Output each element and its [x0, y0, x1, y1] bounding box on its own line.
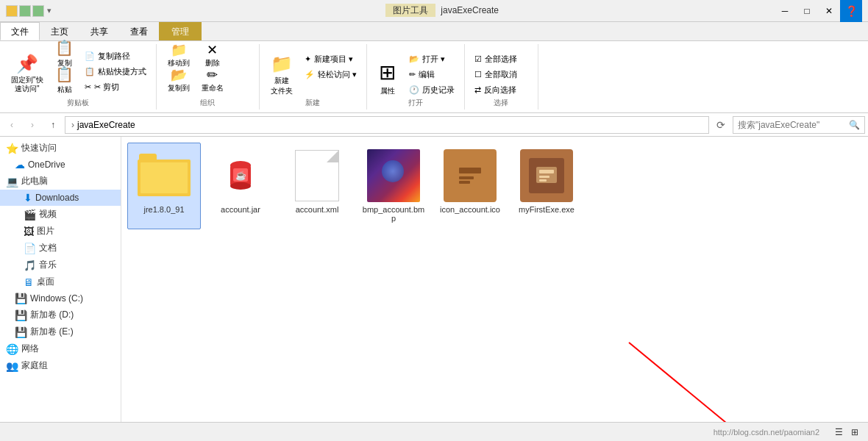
file-item-jre[interactable]: jre1.8.0_91	[127, 143, 201, 229]
cut-button[interactable]: ✂ ✂ 剪切	[81, 79, 150, 94]
sidebar-item-quickaccess[interactable]: ⭐ 快速访问	[0, 140, 121, 157]
ribbon-tabs: 文件 主页 共享 查看 管理	[0, 22, 868, 41]
app-icon3	[32, 5, 44, 17]
sidebar-item-onedrive[interactable]: ☁ OneDrive	[0, 157, 121, 173]
xml-thumb	[291, 149, 344, 202]
svg-rect-10	[539, 170, 554, 173]
svg-rect-11	[539, 176, 549, 178]
pin-quick-access-button[interactable]: 📌 固定到"快速访问"	[6, 46, 49, 97]
status-bar: http://blog.csdn.net/paomian2 ☰ ⊞	[0, 422, 868, 441]
tab-file[interactable]: 文件	[0, 22, 40, 40]
file-item-xml[interactable]: account.xml	[280, 143, 354, 229]
sidebar-item-music[interactable]: 🎵 音乐	[0, 257, 121, 273]
ribbon: 📌 固定到"快速访问" 📋 复制 📋 粘贴 📄 复制路径	[0, 41, 868, 113]
help-icon: ❓	[840, 0, 862, 22]
icons-view-button[interactable]: ⊞	[847, 425, 862, 440]
sidebar-item-drived[interactable]: 💾 新加卷 (D:)	[0, 306, 121, 323]
sidebar-label-thispc: 此电脑	[21, 175, 48, 187]
sidebar-label-drivec: Windows (C:)	[30, 293, 83, 304]
exe-inner-box	[529, 158, 564, 193]
quick-access-bar: ▾	[47, 6, 51, 15]
select-all-button[interactable]: ☑ 全部选择	[471, 51, 521, 66]
minimize-button[interactable]: ─	[774, 0, 796, 22]
svg-rect-7	[459, 176, 474, 179]
details-view-button[interactable]: ☰	[831, 425, 846, 440]
open-button[interactable]: 📂 打开 ▾	[405, 51, 458, 66]
new-item-button[interactable]: ✦ 新建项目 ▾	[301, 51, 360, 66]
exe-svg	[533, 162, 560, 189]
exe-icon	[520, 149, 573, 202]
search-box[interactable]: 🔍	[733, 116, 865, 134]
search-input[interactable]	[738, 120, 849, 130]
refresh-button[interactable]: ⟳	[712, 116, 730, 134]
history-button[interactable]: 🕐 历史记录	[405, 82, 458, 97]
sidebar-item-videos[interactable]: 🎬 视频	[0, 206, 121, 223]
open-buttons: ⊞ 属性 📂 打开 ▾ ✏ 编辑 🕐 历史记录	[373, 46, 458, 100]
ribbon-group-new: 📁 新建文件夹 ✦ 新建项目 ▾ ⚡ 轻松访问 ▾ 新建	[260, 44, 367, 110]
tab-view[interactable]: 查看	[119, 22, 159, 40]
ico-svg	[452, 157, 488, 194]
close-button[interactable]: ✕	[818, 0, 840, 22]
sidebar-item-network[interactable]: 🌐 网络	[0, 340, 121, 357]
doc-icon: 📄	[24, 243, 36, 254]
path-text: javaExeCreate	[77, 120, 135, 130]
select-buttons: ☑ 全部选择 ☐ 全部取消 ⇄ 反向选择	[471, 46, 521, 97]
ribbon-group-clipboard: 📌 固定到"快速访问" 📋 复制 📋 粘贴 📄 复制路径	[0, 44, 157, 110]
open-icon: 📂	[409, 54, 419, 64]
edit-button[interactable]: ✏ 编辑	[405, 67, 458, 82]
sidebar-item-desktop[interactable]: 🖥 桌面	[0, 273, 121, 290]
title-bar-icons: ▾	[6, 5, 51, 17]
file-name-xml: account.xml	[296, 205, 339, 214]
ribbon-group-select: ☑ 全部选择 ☐ 全部取消 ⇄ 反向选择 选择	[465, 44, 538, 110]
file-item-jar[interactable]: ☕ account.jar	[204, 143, 277, 229]
file-item-bmp[interactable]: bmp_account.bmp	[357, 143, 430, 229]
address-path[interactable]: › javaExeCreate	[65, 116, 709, 134]
sidebar-label-onedrive: OneDrive	[28, 159, 65, 170]
exe-thumb	[520, 149, 573, 202]
copy-to-button[interactable]: 📂 复制到	[163, 74, 195, 97]
svg-text:☕: ☕	[235, 170, 246, 181]
forward-button[interactable]: ›	[24, 116, 41, 134]
up-button[interactable]: ↑	[44, 116, 62, 134]
sidebar-label-pictures: 图片	[37, 225, 54, 237]
paste-button[interactable]: 📋 粘贴	[50, 74, 79, 98]
sidebar-item-drivec[interactable]: 💾 Windows (C:)	[0, 290, 121, 306]
sidebar-item-homegroup[interactable]: 👥 家庭组	[0, 357, 121, 374]
homegroup-icon: 👥	[6, 360, 18, 372]
select-label: 选择	[465, 98, 538, 108]
new-folder-button[interactable]: 📁 新建文件夹	[266, 49, 298, 100]
copy-path-icon: 📄	[85, 51, 95, 61]
downloads-icon: ⬇	[24, 192, 32, 204]
tab-manage[interactable]: 管理	[159, 22, 202, 40]
sidebar-item-downloads[interactable]: ⬇ Downloads	[0, 190, 121, 206]
copy-path-button[interactable]: 📄 复制路径	[81, 49, 150, 63]
sidebar-item-pictures[interactable]: 🖼 图片	[0, 223, 121, 240]
sidebar-label-quickaccess: 快速访问	[21, 142, 57, 154]
drive-d-icon: 💾	[15, 309, 27, 321]
title-bar-label: 图片工具 javaExeCreate	[110, 4, 774, 17]
select-none-button[interactable]: ☐ 全部取消	[471, 67, 521, 82]
maximize-button[interactable]: □	[796, 0, 818, 22]
tab-home[interactable]: 主页	[40, 22, 79, 40]
properties-button[interactable]: ⊞ 属性	[373, 49, 402, 100]
file-item-exe[interactable]: myFirstExe.exe	[510, 143, 583, 229]
folder-thumb-jre	[138, 149, 191, 202]
delete-icon: ✕	[207, 42, 218, 58]
organize-buttons: 📁 移动到 📂 复制到 ✕ 删除 ✏ 重命名	[163, 46, 229, 97]
rename-button[interactable]: ✏ 重命名	[196, 74, 229, 97]
file-item-ico[interactable]: icon_account.ico	[433, 143, 507, 229]
svg-rect-8	[459, 181, 470, 184]
paste-shortcut-button[interactable]: 📋 粘贴快捷方式	[81, 64, 150, 79]
open-label: 打开	[367, 98, 464, 108]
easy-access-button[interactable]: ⚡ 轻松访问 ▾	[301, 67, 360, 82]
sidebar-item-documents[interactable]: 📄 文档	[0, 240, 121, 257]
back-button[interactable]: ‹	[3, 116, 21, 134]
sidebar-item-thispc[interactable]: 💻 此电脑	[0, 173, 121, 190]
invert-select-button[interactable]: ⇄ 反向选择	[471, 82, 521, 97]
fold-corner	[327, 151, 338, 162]
watermark-text: http://blog.csdn.net/paomian2	[6, 428, 831, 437]
xml-icon	[295, 150, 339, 201]
tab-share[interactable]: 共享	[79, 22, 119, 40]
sidebar-item-drivee[interactable]: 💾 新加卷 (E:)	[0, 323, 121, 340]
new-folder-icon: 📁	[271, 54, 293, 74]
